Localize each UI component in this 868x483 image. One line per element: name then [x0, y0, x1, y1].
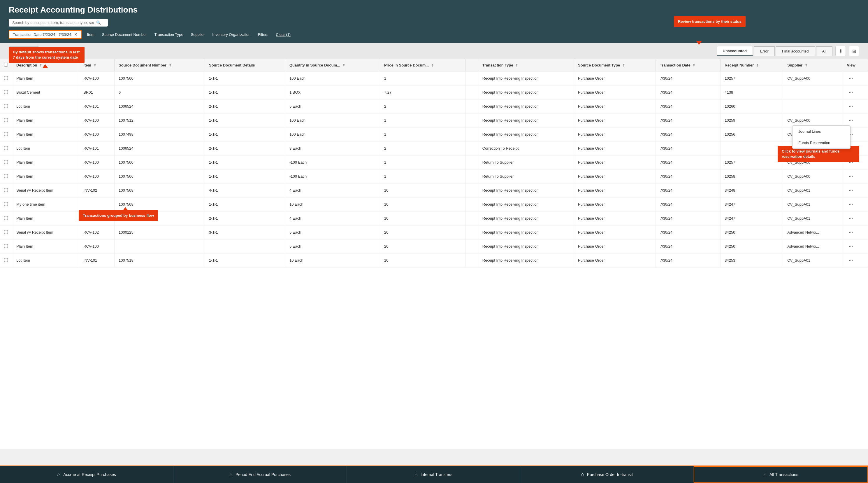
cell-more[interactable]: ··· [843, 85, 868, 100]
more-actions-button[interactable]: ··· [847, 243, 855, 250]
filters-button[interactable]: Filters [256, 31, 271, 38]
more-actions-button[interactable]: ··· [847, 257, 855, 264]
date-filter-chip[interactable]: Transaction Date 7/23/24 - 7/30/24 ✕ [9, 30, 82, 39]
row-checkbox[interactable] [4, 104, 8, 108]
cell-src-doc-type: Purchase Order [574, 85, 656, 100]
tab-error[interactable]: Error [754, 46, 775, 56]
row-checkbox[interactable] [4, 146, 8, 150]
cell-more[interactable]: ··· [843, 253, 868, 267]
column-settings-button[interactable]: ⊞ [849, 46, 859, 56]
cell-more[interactable]: ··· [843, 71, 868, 85]
cell-price: 1 [380, 169, 465, 183]
cell-more[interactable]: ··· [843, 211, 868, 225]
more-actions-button[interactable]: ··· [847, 75, 855, 82]
funds-reservation-menu-item[interactable]: Funds Reservation [793, 137, 850, 148]
row-checkbox[interactable] [4, 188, 8, 192]
nav-all-transactions[interactable]: ⌂ All Transactions [694, 466, 868, 483]
nav-accrue-at-receipt[interactable]: ⌂ Accrue at Receipt Purchases [0, 466, 174, 483]
cell-tx-type: Receipt Into Receiving Inspection [478, 71, 574, 85]
clear-filter-button[interactable]: Clear (1) [274, 31, 293, 38]
select-all-checkbox[interactable] [4, 63, 8, 66]
cell-src-doc-num: 1007512 [115, 113, 205, 127]
supplier-filter-button[interactable]: Supplier [189, 31, 207, 38]
item-filter-button[interactable]: Item [85, 31, 96, 38]
row-checkbox-cell[interactable] [0, 141, 12, 155]
cell-tx-type: Receipt Into Receiving Inspection [478, 239, 574, 253]
cell-src-doc-num: 1000125 [115, 225, 205, 239]
more-actions-button[interactable]: ··· [847, 201, 855, 208]
row-checkbox-cell[interactable] [0, 225, 12, 239]
cell-receipt-num: 34250 [720, 225, 783, 239]
row-checkbox[interactable] [4, 90, 8, 94]
cell-more[interactable]: ··· [843, 197, 868, 211]
source-doc-filter-button[interactable]: Source Document Number [100, 31, 149, 38]
more-actions-button[interactable]: ··· [847, 215, 855, 222]
row-checkbox-cell[interactable] [0, 197, 12, 211]
inventory-org-filter-button[interactable]: Inventory Organization [210, 31, 253, 38]
more-actions-button[interactable]: ··· [847, 187, 855, 194]
col-price: Price in Source Docum... ⇕ [380, 59, 465, 71]
more-actions-button[interactable]: ··· [847, 103, 855, 110]
cell-description: Plain Item [12, 211, 79, 225]
row-checkbox-cell[interactable] [0, 211, 12, 225]
more-actions-button[interactable]: ··· [847, 229, 855, 236]
cell-tx-type: Correction To Receipt [478, 141, 574, 155]
cell-tx-type: Receipt Into Receiving Inspection [478, 100, 574, 113]
tab-unaccounted[interactable]: Unaccounted [717, 46, 753, 56]
row-checkbox[interactable] [4, 258, 8, 262]
row-checkbox-cell[interactable] [0, 100, 12, 113]
nav-internal-transfers[interactable]: ⌂ Internal Transfers [347, 466, 520, 483]
cell-description: Brazil Cement [12, 85, 79, 100]
cell-more[interactable]: ··· [843, 100, 868, 113]
tab-final-accounted[interactable]: Final accounted [776, 46, 815, 56]
cell-src-doc-type: Purchase Order [574, 253, 656, 267]
transaction-type-filter-button[interactable]: Transaction Type [152, 31, 186, 38]
row-checkbox[interactable] [4, 244, 8, 248]
tab-all[interactable]: All [816, 46, 832, 56]
download-button[interactable]: ⬇ [835, 46, 846, 56]
search-input[interactable] [12, 21, 94, 25]
more-actions-button[interactable]: ··· [847, 173, 855, 180]
more-actions-button[interactable]: ··· [847, 117, 855, 124]
row-checkbox-cell[interactable] [0, 127, 12, 141]
cell-more[interactable]: ··· [843, 225, 868, 239]
cell-more[interactable]: ··· [843, 169, 868, 183]
row-checkbox-cell[interactable] [0, 169, 12, 183]
row-checkbox[interactable] [4, 118, 8, 122]
row-checkbox[interactable] [4, 216, 8, 220]
row-checkbox-cell[interactable] [0, 155, 12, 169]
toolbar-row: View Details Unaccounted Error Final acc… [0, 43, 868, 59]
search-box-container[interactable]: 🔍 [9, 19, 108, 27]
more-actions-button[interactable]: ··· [847, 89, 855, 96]
row-checkbox[interactable] [4, 230, 8, 234]
cell-price: 10 [380, 183, 465, 197]
row-checkbox[interactable] [4, 160, 8, 164]
close-icon[interactable]: ✕ [74, 32, 78, 37]
row-checkbox-cell[interactable] [0, 253, 12, 267]
cell-more[interactable]: ··· [843, 183, 868, 197]
row-checkbox-cell[interactable] [0, 239, 12, 253]
row-checkbox-cell[interactable] [0, 183, 12, 197]
cell-description: Plain Item [12, 127, 79, 141]
nav-period-end-accrual[interactable]: ⌂ Period End Accrual Purchases [174, 466, 347, 483]
cell-qty: 5 Each [285, 225, 380, 239]
row-checkbox[interactable] [4, 132, 8, 136]
row-checkbox-cell[interactable] [0, 85, 12, 100]
col-view: View [843, 59, 868, 71]
row-checkbox-cell[interactable] [0, 71, 12, 85]
cell-item: RCV-100 [79, 71, 115, 85]
table-row: Plain Item RCV-100 1007512 1-1-1 100 Eac… [0, 113, 868, 127]
cell-item [79, 197, 115, 211]
cell-spacer [465, 197, 478, 211]
row-checkbox[interactable] [4, 174, 8, 178]
cell-more[interactable]: ··· [843, 239, 868, 253]
row-checkbox[interactable] [4, 202, 8, 206]
cell-spacer [465, 141, 478, 155]
row-checkbox-cell[interactable] [0, 113, 12, 127]
journal-lines-menu-item[interactable]: Journal Lines [793, 126, 850, 137]
home-icon-1: ⌂ [57, 472, 60, 478]
table-row: Plain Item RCV-100 5 Each 20 Receipt Int… [0, 239, 868, 253]
nav-po-in-transit[interactable]: ⌂ Purchase Order In-transit [520, 466, 694, 483]
cell-src-doc-num: 1007500 [115, 155, 205, 169]
row-checkbox[interactable] [4, 76, 8, 80]
